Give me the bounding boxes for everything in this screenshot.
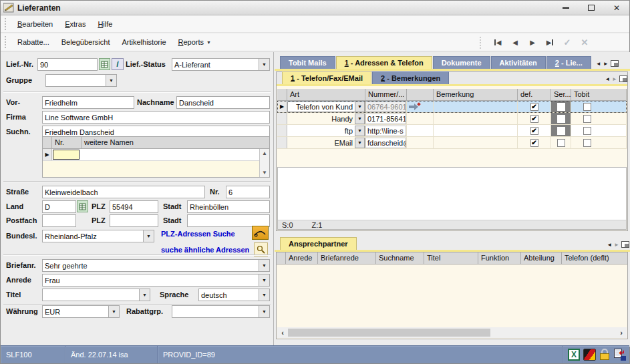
vorname-input[interactable] — [42, 96, 134, 109]
nummer-field[interactable]: 06764-9601 — [365, 102, 406, 112]
combo-arrow-icon[interactable]: ▼ — [259, 260, 269, 271]
reports-menu-button[interactable]: Reports▼ — [172, 36, 217, 48]
art-select[interactable]: Telefon von Kund ▼ — [287, 102, 365, 112]
tab-lieferant-2[interactable]: 2 - Lie... — [546, 56, 591, 69]
art-select[interactable]: ftp ▼ — [287, 126, 365, 136]
stadt-input[interactable] — [187, 200, 270, 213]
menubar-grip[interactable] — [4, 18, 7, 30]
toolbar-grip[interactable] — [4, 36, 7, 48]
combo-arrow-icon[interactable]: ▼ — [355, 102, 365, 112]
save-export-icon[interactable]: ↵ — [613, 348, 627, 361]
prev-record-button[interactable]: ◀ — [507, 36, 523, 49]
combo-arrow-icon[interactable]: ▼ — [355, 126, 365, 136]
dial-icon[interactable] — [409, 104, 418, 110]
combo-arrow-icon[interactable]: ▼ — [106, 75, 116, 86]
combo-arrow-icon[interactable]: ▼ — [139, 289, 150, 301]
last-record-button[interactable]: ▶ — [542, 36, 558, 49]
scroll-up-icon[interactable]: ▲ — [262, 150, 267, 156]
tab-scroll-left-icon[interactable]: ◄ — [605, 76, 610, 82]
ansprechpartner-hscrollbar[interactable]: ‹ › — [277, 327, 627, 338]
sprache-select[interactable]: deutsch ▼ — [198, 289, 270, 301]
menu-extras[interactable]: Extras — [59, 18, 92, 30]
combo-arrow-icon[interactable]: ▼ — [259, 306, 269, 317]
ser-checkbox[interactable] — [557, 115, 565, 123]
bemerkung-cell[interactable] — [434, 113, 518, 124]
def-checkbox[interactable]: ✔ — [530, 103, 538, 111]
plz-input[interactable] — [110, 200, 158, 213]
rabatte-button[interactable]: Rabatte... — [11, 36, 55, 48]
lock-icon[interactable] — [598, 348, 611, 361]
bemerkung-cell[interactable] — [434, 101, 518, 112]
menu-bearbeiten[interactable]: Bearbeiten — [11, 18, 59, 30]
art-select[interactable]: Handy ▼ — [287, 114, 365, 124]
bemerkung-cell[interactable] — [434, 125, 518, 136]
tobit-checkbox[interactable] — [583, 127, 591, 135]
ser-checkbox[interactable] — [557, 139, 565, 147]
postfach-input[interactable] — [42, 214, 76, 227]
maximize-button[interactable] — [579, 1, 604, 15]
combo-arrow-icon[interactable]: ▼ — [355, 114, 365, 124]
tab-scroll-right-icon[interactable]: ► — [612, 76, 617, 82]
bundesland-select[interactable]: Rheinland-Pfalz ▼ — [42, 230, 154, 242]
def-checkbox[interactable]: ✔ — [530, 127, 538, 135]
combo-arrow-icon[interactable]: ▼ — [355, 138, 365, 148]
table-row[interactable]: ▶ — [43, 149, 269, 161]
close-button[interactable]: ✕ — [604, 1, 629, 15]
hausnr-input[interactable] — [226, 186, 270, 198]
land-lookup-icon[interactable] — [77, 200, 88, 212]
titel-select[interactable]: ▼ — [42, 289, 150, 301]
tab-tobit-mails[interactable]: Tobit Mails — [280, 56, 335, 69]
first-record-button[interactable]: ◀ — [490, 36, 506, 49]
nummer-field[interactable]: 0171-85641 — [365, 114, 406, 124]
telefon-row[interactable]: Handy ▼ 0171-85641 ✔ — [277, 113, 627, 125]
telefon-row[interactable]: ftp ▼ http:\\line-s ✔ — [277, 125, 627, 137]
nummer-field[interactable]: fdanscheid@ — [365, 138, 406, 148]
def-checkbox[interactable]: ✔ — [530, 139, 538, 147]
lief-info-icon[interactable]: i — [112, 58, 124, 70]
tab-popout-icon[interactable] — [619, 75, 627, 82]
artikelhistorie-button[interactable]: Artikelhistorie — [116, 36, 172, 48]
next-record-button[interactable]: ▶ — [524, 36, 540, 49]
combo-arrow-icon[interactable]: ▼ — [108, 306, 119, 317]
tab-scroll-right-icon[interactable]: ► — [603, 61, 609, 67]
waehrung-select[interactable]: EUR ▼ — [42, 305, 120, 318]
menu-hilfe[interactable]: Hilfe — [92, 18, 118, 30]
postfach-plz-input[interactable] — [110, 214, 158, 227]
tab-dokumente[interactable]: Dokumente — [433, 56, 490, 69]
lief-nr-input[interactable] — [37, 58, 98, 71]
firma-input[interactable] — [42, 111, 270, 124]
combo-arrow-icon[interactable]: ▼ — [259, 289, 269, 301]
tab-ansprechpartner[interactable]: Ansprechpartner — [280, 237, 357, 250]
combo-arrow-icon[interactable]: ▼ — [259, 59, 269, 70]
weitere-namen-scrollbar[interactable]: ▲ ▼ — [259, 149, 269, 177]
tobit-checkbox[interactable] — [583, 115, 591, 123]
minimize-button[interactable] — [553, 1, 579, 15]
rabattgrp-select[interactable]: ▼ — [172, 305, 270, 318]
land-input[interactable] — [42, 200, 76, 213]
excel-export-icon[interactable]: X — [567, 348, 581, 361]
weitere-namen-edit-cell[interactable] — [53, 150, 80, 160]
scroll-right-icon[interactable]: › — [616, 329, 627, 337]
confirm-icon[interactable]: ✓ — [559, 36, 575, 49]
scroll-left-icon[interactable]: ‹ — [277, 329, 288, 337]
tab-popout-icon[interactable] — [621, 241, 629, 248]
tobit-checkbox[interactable] — [583, 103, 591, 111]
nachname-input[interactable] — [176, 96, 270, 109]
scroll-down-icon[interactable]: ▼ — [262, 170, 267, 176]
subtab-telefon-fax-email[interactable]: 1 - Telefon/Fax/EMail — [282, 71, 371, 84]
beleguebersicht-button[interactable]: Belegübersicht — [55, 36, 116, 48]
aehnliche-adressen-link[interactable]: suche ähnliche Adressen — [161, 246, 249, 254]
anrede-select[interactable]: Frau ▼ — [42, 274, 270, 287]
strasse-input[interactable] — [42, 186, 205, 198]
telefon-row[interactable]: EMail ▼ fdanscheid@ ✔ — [277, 137, 627, 149]
briefanrede-select[interactable]: Sehr geehrte ▼ — [42, 259, 270, 272]
art-select[interactable]: EMail ▼ — [287, 138, 365, 148]
nummer-field[interactable]: http:\\line-s — [365, 126, 406, 136]
telefon-row[interactable]: ▶ Telefon von Kund ▼ 06764-9601 ✔ — [277, 101, 627, 113]
tab-scroll-left-icon[interactable]: ◄ — [607, 242, 612, 248]
tab-scroll-left-icon[interactable]: ◄ — [596, 61, 601, 67]
combo-arrow-icon[interactable]: ▼ — [143, 230, 154, 242]
posthorn-search-icon[interactable] — [252, 226, 269, 240]
lief-status-select[interactable]: A-Lieferant ▼ — [172, 58, 270, 71]
scrollbar-thumb[interactable] — [288, 329, 490, 337]
